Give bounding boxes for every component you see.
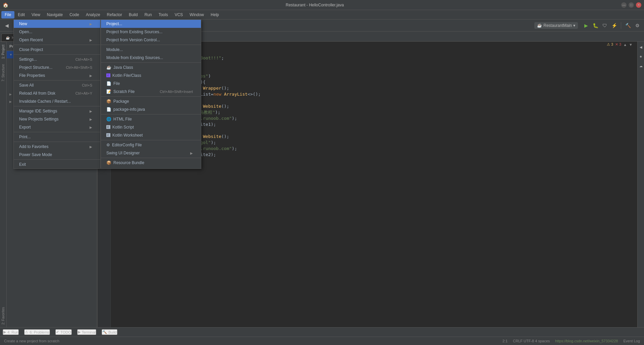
menu-edit[interactable]: Edit (14, 11, 28, 18)
scratch-icon: 📝 (106, 89, 111, 94)
menu-window[interactable]: Window (186, 11, 207, 18)
back-button[interactable]: ◀ (3, 21, 11, 30)
problems-tab-button[interactable]: ⚠ 6: Problems (24, 329, 50, 335)
statusbar-encoding: CRLF UTF-8 4 spaces (513, 339, 550, 343)
run-config-selector[interactable]: ☕ RestaurantMain ▾ (534, 22, 578, 29)
separator-2 (14, 54, 100, 55)
new-project-item[interactable]: Project... (101, 20, 201, 28)
kotlin-worksheet-icon: 🅺 (106, 133, 110, 138)
menu-file-properties-item[interactable]: File Properties ▶ (14, 71, 100, 80)
menu-add-to-favorites-item[interactable]: Add to Favorites ▶ (14, 143, 100, 151)
menu-view[interactable]: View (28, 11, 44, 18)
minimize-button[interactable]: — (621, 2, 627, 8)
new-file-item[interactable]: 📄File (101, 80, 201, 88)
new-editorconfig-item[interactable]: ⚙EditorConfig File (101, 141, 201, 149)
menu-code[interactable]: Code (66, 11, 83, 18)
new-module-item[interactable]: Module... (101, 46, 201, 54)
new-scratch-item[interactable]: 📝Scratch File Ctrl+Alt+Shift+Insert (101, 88, 201, 96)
menu-close-project-item[interactable]: Close Project (14, 46, 100, 54)
menu-file[interactable]: File (1, 11, 14, 18)
todo-tab-button[interactable]: ✔ TODO (55, 329, 72, 335)
new-resource-bundle-item[interactable]: 📦Resource Bundle (101, 159, 201, 167)
new-package-info-item[interactable]: 📄package-info.java (101, 105, 201, 113)
build-project-button[interactable]: 🔨 (624, 21, 632, 30)
new-swing-ui-item[interactable]: Swing UI Designer ▶ (101, 149, 201, 157)
menu-run[interactable]: Run (141, 11, 155, 18)
menu-project-structure-item[interactable]: Project Structure... Ctrl+Alt+Shift+S (14, 63, 100, 71)
menu-save-all-item[interactable]: Save All Ctrl+S (14, 81, 100, 89)
terminal-tab-label: Terminal (82, 330, 96, 334)
left-panel-tabs: 1: Project 7: Structure 2: Favorites (0, 42, 7, 327)
terminal-tab-button[interactable]: ▶ Terminal (77, 329, 97, 335)
file-menu-popup: New ▶ Open... Open Recent ▶ Close Projec… (13, 19, 101, 169)
menu-open-recent-item[interactable]: Open Recent ▶ (14, 36, 100, 44)
right-tool-1[interactable]: ◀ (637, 43, 644, 51)
new-java-class-item[interactable]: ☕Java Class (101, 63, 201, 71)
editorconfig-icon: ⚙ (106, 143, 110, 147)
menu-open-item[interactable]: Open... (14, 28, 100, 36)
new-html-item[interactable]: 🌐HTML File (101, 115, 201, 123)
statusbar-event-log[interactable]: Event Log (623, 339, 640, 343)
close-button[interactable]: ✕ (636, 2, 641, 8)
package-icon: 📦 (106, 99, 111, 104)
separator-1 (14, 45, 100, 45)
menu-build[interactable]: Build (125, 11, 141, 18)
new-kotlin-class-item[interactable]: 🅺Kotlin File/Class (101, 71, 201, 80)
new-project-vcs-item[interactable]: Project from Version Control... (101, 36, 201, 44)
separator-4 (14, 106, 100, 106)
debug-button[interactable]: 🐛 (591, 21, 599, 30)
run-coverage-button[interactable]: 🛡 (601, 21, 609, 30)
menu-export-item[interactable]: Export ▶ (14, 123, 100, 131)
settings-button[interactable]: ⚙ (633, 21, 641, 30)
run-button[interactable]: ▶ (582, 21, 590, 30)
menu-reload-item[interactable]: Reload All from Disk Ctrl+Alt+Y (14, 89, 100, 97)
run-config-name: RestaurantMain (543, 23, 572, 28)
warning-up-arrow[interactable]: ▲ (623, 43, 627, 47)
window-controls: — □ ✕ (621, 2, 641, 8)
menu-help[interactable]: Help (207, 11, 222, 18)
build-tab-button[interactable]: 🔨 Build (102, 329, 117, 335)
build-tab-label: Build (108, 330, 116, 334)
menu-exit-item[interactable]: Exit (14, 160, 100, 168)
project-panel-tab[interactable]: 1: Project (1, 42, 6, 61)
menu-navigate[interactable]: Navigate (44, 11, 66, 18)
menu-new-item[interactable]: New ▶ (14, 20, 100, 28)
window-title: Restaurant - HelloController.java (8, 3, 621, 7)
menu-invalidate-item[interactable]: Invalidate Caches / Restart... (14, 97, 100, 105)
titlebar: 🏠 Restaurant - HelloController.java — □ … (0, 0, 644, 10)
menu-manage-ide-item[interactable]: Manage IDE Settings ▶ (14, 107, 100, 115)
right-tool-2[interactable]: ★ (637, 52, 644, 60)
new-package-item[interactable]: 📦Package (101, 97, 201, 105)
problems-tab-icon: ⚠ (25, 330, 28, 334)
build-tab-icon: 🔨 (102, 330, 107, 334)
run-tab-button[interactable]: ▶ 4: Run (3, 329, 19, 335)
separator-6 (14, 142, 100, 142)
right-tools-panel: ◀ ★ ☁ (637, 42, 644, 327)
menu-tools[interactable]: Tools (155, 11, 171, 18)
menu-refactor[interactable]: Refactor (104, 11, 125, 18)
menu-vcs[interactable]: VCS (171, 11, 186, 18)
menu-print-item[interactable]: Print... (14, 133, 100, 141)
new-module-existing-item[interactable]: Module from Existing Sources... (101, 54, 201, 62)
new-project-existing-item[interactable]: Project from Existing Sources... (101, 28, 201, 36)
menu-power-save-item[interactable]: Power Save Mode (14, 151, 100, 159)
favorites-panel-tab[interactable]: 2: Favorites (1, 304, 6, 327)
hint-bar: ▶ 4: Run ⚠ 6: Problems ✔ TODO ▶ Terminal… (0, 327, 644, 337)
todo-tab-label: TODO (60, 330, 71, 334)
file-icon-new: 📄 (106, 81, 111, 86)
profile-button[interactable]: ⚡ (610, 21, 618, 30)
right-tool-3[interactable]: ☁ (637, 62, 644, 70)
maximize-button[interactable]: □ (629, 2, 634, 8)
warning-down-arrow[interactable]: ▼ (629, 43, 633, 47)
new-sep-3 (101, 96, 201, 97)
new-kotlin-worksheet-item[interactable]: 🅺Kotlin Worksheet (101, 131, 201, 139)
structure-panel-tab[interactable]: 7: Structure (1, 61, 6, 84)
menu-settings-item[interactable]: Settings... Ctrl+Alt+S (14, 55, 100, 63)
new-kotlin-script-item[interactable]: 🅺Kotlin Script (101, 123, 201, 131)
new-sep-2 (101, 62, 201, 63)
menu-new-projects-settings-item[interactable]: New Projects Settings ▶ (14, 115, 100, 123)
new-sep-1 (101, 45, 201, 45)
statusbar-url[interactable]: https://blog.csdn.net/weixin_57334228 (555, 339, 618, 343)
run-tab-label: 4: Run (7, 330, 18, 334)
menu-analyze[interactable]: Analyze (83, 11, 104, 18)
